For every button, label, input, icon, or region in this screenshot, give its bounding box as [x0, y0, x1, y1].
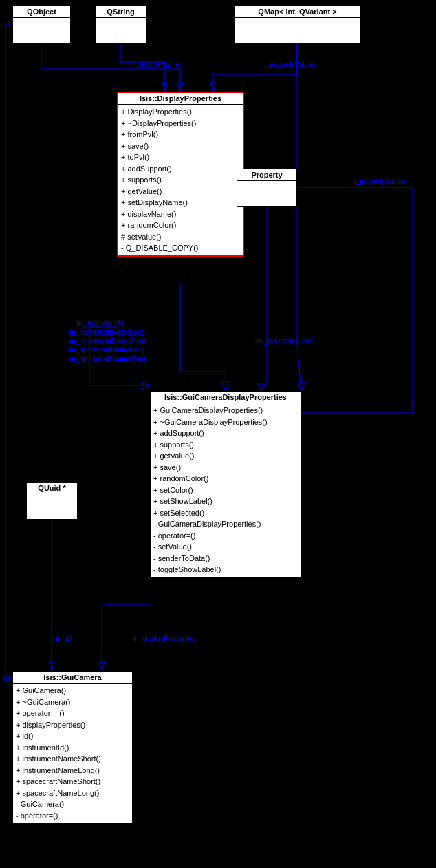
gc-member-3: + displayProperties()	[16, 719, 129, 731]
lbl-instrument-name-long: -m_instrumentNameLong	[67, 328, 145, 336]
display-properties-title: Isis::DisplayProperties	[118, 93, 243, 105]
lbl-display-props: -m_displayProperties	[131, 635, 195, 642]
svg-marker-26	[4, 675, 12, 681]
dp-member-1: + ~DisplayProperties()	[121, 118, 240, 129]
gc-member-10: - GuiCamera()	[16, 798, 129, 810]
svg-line-38	[297, 344, 301, 391]
svg-line-21	[261, 385, 267, 391]
quuid-title: QUuid *	[27, 483, 77, 494]
qstring-title: QString	[96, 6, 146, 18]
dp-member-7: + getValue()	[121, 186, 240, 198]
gcd-member-14: - toggleShowLabel()	[153, 564, 298, 575]
qmap-title: QMap< int, QVariant >	[235, 6, 360, 18]
gc-member-0: + GuiCamera()	[16, 685, 129, 697]
lbl-instrument-id: -m_instrumentId	[74, 319, 124, 327]
svg-marker-39	[298, 383, 305, 391]
dp-member-11: # setValue()	[121, 231, 240, 243]
gcd-member-13: - senderToData()	[153, 553, 298, 564]
gcd-member-1: + ~GuiCameraDisplayProperties()	[153, 416, 298, 428]
lbl-spacecraft-name-short: -m_spacecraftNameShort	[67, 355, 146, 363]
svg-marker-11	[210, 83, 216, 92]
gui-camera-display-box: Isis::GuiCameraDisplayProperties + GuiCa…	[150, 391, 301, 578]
lbl-property-values-top: -m_propertyValues	[258, 61, 316, 68]
dp-member-10: + randomColor()	[121, 220, 240, 231]
lbl-spacecraft-name-long: -m_spacecraftNameLong	[67, 346, 144, 354]
gc-member-5: + instrumentId()	[16, 742, 129, 754]
gcd-member-5: + save()	[153, 462, 298, 474]
svg-marker-29	[49, 662, 54, 671]
gcd-member-0: + GuiCameraDisplayProperties()	[153, 405, 298, 416]
dp-member-4: + toPvl()	[121, 151, 240, 163]
gui-camera-title: Isis::GuiCamera	[13, 672, 132, 684]
qstring-box: QString	[95, 6, 146, 43]
qobject-title: QObject	[13, 6, 70, 18]
lbl-properties-used: -m_propertiesUsed	[254, 337, 313, 345]
qmap-body	[235, 18, 360, 21]
gc-member-9: + spacecraftNameLong()	[16, 787, 129, 799]
gcd-member-8: + setShowLabel()	[153, 496, 298, 507]
property-body	[237, 181, 296, 184]
gc-member-2: + operator==()	[16, 708, 129, 719]
qstring-body	[96, 18, 146, 21]
property-title: Property	[237, 169, 296, 181]
gcd-member-6: + randomColor()	[153, 473, 298, 485]
gc-member-6: + instrumentNameShort()	[16, 753, 129, 765]
property-box: Property	[237, 169, 297, 207]
gcd-member-4: + getValue()	[153, 450, 298, 462]
qobject-body	[13, 18, 70, 21]
lbl-instrument-name-short: -m_instrumentNameShort	[67, 337, 146, 345]
gc-member-11: - operator=()	[16, 810, 129, 822]
gc-member-1: + ~GuiCamera()	[16, 697, 129, 708]
gcd-member-10: - GuiCameraDisplayProperties()	[153, 518, 298, 530]
gc-member-8: + spacecraftNameShort()	[16, 776, 129, 787]
svg-marker-32	[99, 662, 105, 671]
display-properties-body: + DisplayProperties() + ~DisplayProperti…	[118, 105, 243, 255]
lbl-display-name: -m_displayName	[128, 61, 179, 68]
svg-marker-22	[257, 384, 265, 391]
dp-member-9: + displayName()	[121, 209, 240, 220]
dp-member-5: + addSupport()	[121, 163, 240, 175]
gui-camera-box: Isis::GuiCamera + GuiCamera() + ~GuiCame…	[12, 671, 133, 823]
dp-member-8: + setDisplayName()	[121, 197, 240, 209]
quuid-box: QUuid *	[26, 482, 78, 520]
gui-camera-body: + GuiCamera() + ~GuiCamera() + operator=…	[13, 684, 132, 823]
svg-marker-7	[162, 83, 168, 92]
qobject-box: QObject	[12, 6, 71, 43]
gcd-member-2: + addSupport()	[153, 427, 298, 439]
gui-camera-display-title: Isis::GuiCameraDisplayProperties	[151, 392, 301, 403]
lbl-m-id: -m_id	[54, 635, 71, 642]
gc-member-4: + id()	[16, 730, 129, 742]
dp-member-12: - Q_DISABLE_COPY()	[121, 242, 240, 254]
dp-member-6: + supports()	[121, 174, 240, 186]
lbl-property-values-right: -m_propertyValues	[348, 178, 406, 185]
svg-marker-19	[221, 381, 230, 391]
dp-member-0: + DisplayProperties()	[121, 106, 240, 118]
qmap-box: QMap< int, QVariant >	[234, 6, 361, 43]
gcd-member-9: + setSelected()	[153, 507, 298, 519]
display-properties-box: Isis::DisplayProperties + DisplayPropert…	[117, 92, 244, 257]
dp-member-2: + fromPvl()	[121, 129, 240, 140]
svg-marker-36	[142, 382, 150, 389]
gcd-member-11: - operator=()	[153, 530, 298, 542]
gcd-member-3: + supports()	[153, 439, 298, 451]
gcd-member-12: - setValue()	[153, 541, 298, 553]
dp-member-3: + save()	[121, 140, 240, 152]
svg-marker-3	[177, 83, 183, 92]
gui-camera-display-body: + GuiCameraDisplayProperties() + ~GuiCam…	[151, 403, 301, 577]
gcd-member-7: + setColor()	[153, 485, 298, 496]
gc-member-7: + instrumentNameLong()	[16, 765, 129, 776]
quuid-body	[27, 494, 77, 497]
